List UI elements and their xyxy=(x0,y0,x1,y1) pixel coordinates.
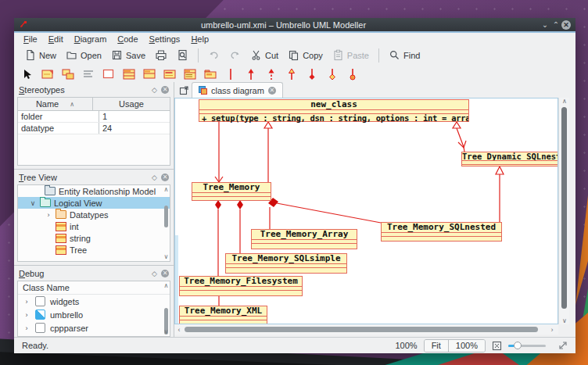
print-button[interactable] xyxy=(151,47,171,63)
chevron-right-icon[interactable]: › xyxy=(45,211,52,219)
maximize-button[interactable]: ⌃ xyxy=(550,20,561,30)
scroll-down-icon[interactable]: ∨ xyxy=(559,317,570,324)
debug-item-dialogs[interactable]: › dialogs xyxy=(18,335,170,337)
aggregation-tool[interactable] xyxy=(325,68,339,81)
tree-item-int[interactable]: int xyxy=(40,220,170,232)
menu-settings[interactable]: Settings xyxy=(145,34,185,44)
scroll-down-icon[interactable]: ∨ xyxy=(163,253,170,260)
uml-class-tree-memory-array[interactable]: Tree_Memory_Array xyxy=(251,229,357,249)
directed-association-tool[interactable] xyxy=(244,68,257,81)
generalization-tool[interactable] xyxy=(285,68,298,81)
tree-item-string[interactable]: string xyxy=(40,232,170,244)
tree-view-scrollbar[interactable] xyxy=(163,195,169,253)
debug-item-widgets[interactable]: › widgets xyxy=(18,295,170,308)
copy-button[interactable]: Copy xyxy=(284,47,327,63)
checkbox-checked[interactable] xyxy=(35,336,45,337)
titlebar[interactable]: umbrello-uml.xmi – Umbrello UML Modeller… xyxy=(14,18,575,31)
menu-help[interactable]: Help xyxy=(186,34,213,44)
chevron-right-icon[interactable]: › xyxy=(23,311,30,319)
table-row[interactable]: datatype 24 xyxy=(18,123,170,134)
cut-button[interactable]: Cut xyxy=(246,47,282,63)
close-panel-icon[interactable]: ✕ xyxy=(161,174,169,181)
box-tool[interactable] xyxy=(102,68,115,81)
interface-tool[interactable] xyxy=(142,68,156,81)
class-tool[interactable] xyxy=(122,68,135,81)
chevron-down-icon[interactable]: ∨ xyxy=(29,199,37,207)
select-tool[interactable] xyxy=(20,68,34,81)
fit-button[interactable]: Fit xyxy=(425,340,448,352)
menu-diagram[interactable]: Diagram xyxy=(70,34,112,44)
enum-tool[interactable] xyxy=(183,68,196,81)
scroll-up-icon[interactable]: ∧ xyxy=(163,282,170,289)
scroll-up-icon[interactable]: ∧ xyxy=(559,98,570,105)
canvas-horizontal-scrollbar[interactable]: ‹ › xyxy=(174,324,558,335)
close-button[interactable]: ✕ xyxy=(561,20,571,30)
uml-class-new_class[interactable]: new_class + setup(type : string, dsn : s… xyxy=(199,99,469,122)
minimize-button[interactable]: ⌄ xyxy=(540,20,550,30)
column-header-name[interactable]: Name ∧ xyxy=(18,98,93,110)
slider-handle[interactable] xyxy=(514,342,522,349)
undo-button[interactable] xyxy=(204,47,224,63)
redo-button[interactable] xyxy=(225,47,245,63)
stereotypes-table-header: Name ∧ Usage xyxy=(18,98,170,111)
float-panel-icon[interactable]: ◇ xyxy=(152,270,157,277)
uml-class-tree-memory-sqlnested[interactable]: Tree_Memory_SQLnested xyxy=(381,222,502,242)
print-preview-button[interactable] xyxy=(173,47,192,63)
text-tool[interactable] xyxy=(81,68,95,81)
uml-class-tree-memory-filesystem[interactable]: Tree_Memory_Filesystem xyxy=(179,276,303,296)
float-panel-icon[interactable]: ◇ xyxy=(152,174,157,181)
column-header-usage[interactable]: Usage xyxy=(93,98,170,110)
menu-file[interactable]: File xyxy=(19,34,42,44)
tree-item-datatypes[interactable]: › Datatypes xyxy=(40,209,170,220)
tab-class-diagram[interactable]: class diagram ✕ xyxy=(192,82,283,98)
debug-list: Class Name › widgets › umbrello › xyxy=(17,281,170,337)
fit-page-icon[interactable] xyxy=(492,341,502,351)
containment-tool[interactable] xyxy=(346,68,359,81)
save-button[interactable]: Save xyxy=(107,47,149,63)
dependency-tool[interactable] xyxy=(264,68,278,81)
menu-edit[interactable]: Edit xyxy=(44,34,68,44)
table-row[interactable]: folder 1 xyxy=(18,111,170,123)
composition-tool[interactable] xyxy=(305,68,318,81)
tab-close-icon[interactable]: ✕ xyxy=(268,87,276,95)
chevron-right-icon[interactable]: › xyxy=(23,298,30,306)
menu-code[interactable]: Code xyxy=(113,34,142,44)
package-tool[interactable] xyxy=(203,68,217,81)
tree-item-tree[interactable]: Tree xyxy=(40,244,170,256)
open-button[interactable]: Open xyxy=(62,47,106,63)
canvas-vertical-scrollbar[interactable]: ∧ ∨ xyxy=(558,98,570,324)
checkbox-unchecked[interactable] xyxy=(35,323,45,333)
tree-item-logical-view[interactable]: ∨ Logical View xyxy=(18,197,170,209)
new-button[interactable]: New xyxy=(20,47,60,63)
debug-item-umbrello[interactable]: › umbrello xyxy=(18,308,170,321)
debug-item-cppparser[interactable]: › cppparser xyxy=(18,321,170,335)
tree-item-entity-relationship-model[interactable]: Entity Relationship Model xyxy=(29,185,170,197)
paste-button[interactable]: Paste xyxy=(328,47,373,63)
scroll-right-icon[interactable]: › xyxy=(547,326,557,334)
tab-label: class diagram xyxy=(211,86,264,95)
scroll-left-icon[interactable]: ‹ xyxy=(174,326,184,334)
uml-class-tree-dynamic-sqlnest[interactable]: Tree_Dynamic_SQLnest xyxy=(461,152,558,166)
close-panel-icon[interactable]: ✕ xyxy=(161,270,169,277)
checkbox-unchecked[interactable] xyxy=(35,296,45,306)
checkbox-partial[interactable] xyxy=(35,310,45,320)
resize-grip-icon[interactable] xyxy=(558,341,568,350)
find-button[interactable]: Find xyxy=(385,47,424,63)
association-tool[interactable] xyxy=(224,68,237,81)
new-tab-button[interactable] xyxy=(176,84,192,98)
zoom-slider[interactable] xyxy=(508,341,546,350)
zoom-preset-button[interactable]: 100% xyxy=(448,340,485,352)
object-tool[interactable] xyxy=(41,68,54,81)
diagram-canvas[interactable]: new_class + setup(type : string, dsn : s… xyxy=(174,98,558,324)
chevron-right-icon[interactable]: › xyxy=(23,324,30,332)
uml-class-tree-memory[interactable]: Tree_Memory xyxy=(192,182,271,201)
uml-class-tree-memory-sqlsimple[interactable]: Tree_Memory_SQLsimple xyxy=(225,253,347,274)
float-panel-icon[interactable]: ◇ xyxy=(152,86,157,94)
debug-scrollbar[interactable] xyxy=(163,291,169,328)
scroll-down-icon[interactable]: ∨ xyxy=(163,328,170,335)
scroll-up-icon[interactable]: ∧ xyxy=(163,186,170,193)
close-panel-icon[interactable]: ✕ xyxy=(161,86,169,94)
note-tool[interactable] xyxy=(61,68,74,81)
datatype-tool[interactable] xyxy=(163,68,176,81)
uml-class-tree-memory-xml[interactable]: Tree_Memory_XML xyxy=(179,306,267,324)
